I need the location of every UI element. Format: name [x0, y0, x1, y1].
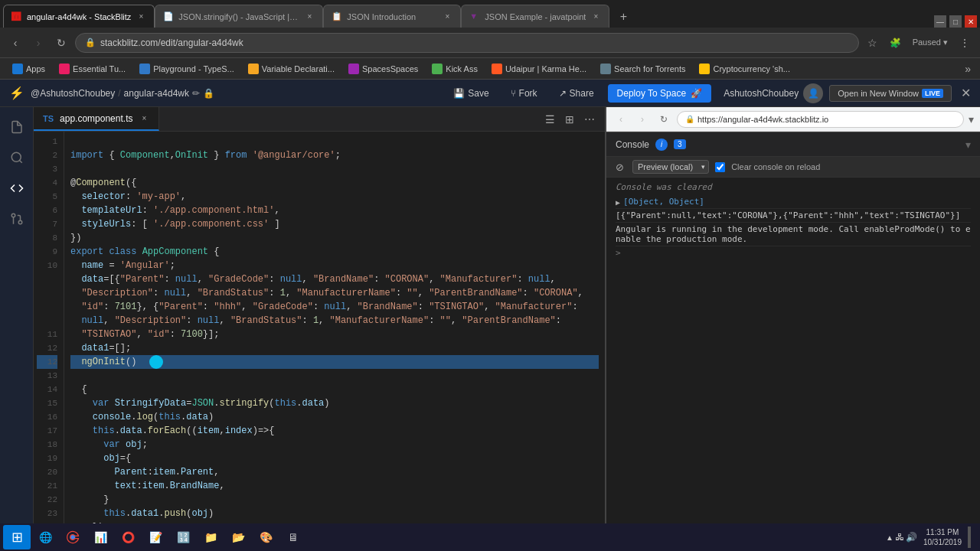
split-view-button[interactable]: ⊞: [560, 110, 579, 129]
console-cleared-message: Console was cleared: [616, 182, 971, 192]
refresh-button[interactable]: ↻: [52, 34, 70, 52]
unknown-app-icon: 🖥: [285, 529, 302, 546]
tab-json-stringify[interactable]: 📄 JSON.stringify() - JavaScript | MD... …: [155, 5, 323, 28]
console-prompt: >: [616, 248, 621, 258]
bookmark-torrents[interactable]: Search for Torrents: [594, 62, 691, 76]
settings-button[interactable]: ⋮: [956, 34, 974, 52]
minimize-button[interactable]: —: [934, 15, 946, 28]
bookmark-essential[interactable]: Essential Tu...: [53, 62, 132, 76]
tab-stackblitz[interactable]: 🅰 angular-a4d4wk - StackBlitz ×: [3, 5, 155, 28]
bookmarks-bar: Apps Essential Tu... Playground - TypeS.…: [0, 58, 980, 80]
preview-panel-collapse[interactable]: ▾: [969, 113, 974, 126]
breadcrumb-project[interactable]: angular-a4d4wk: [124, 88, 189, 99]
list-view-button[interactable]: ☰: [541, 110, 559, 129]
console-log-angular: Angular is running in the development mo…: [616, 223, 971, 246]
bookmark-label-variable: Variable Declarati...: [262, 64, 335, 73]
bookmark-crypto[interactable]: Cryptocurrency 'sh...: [693, 62, 796, 76]
edit-project-name-icon[interactable]: ✏: [192, 88, 200, 99]
taskbar-chrome[interactable]: [60, 525, 86, 549]
close-panel-button[interactable]: ✕: [961, 86, 971, 100]
tab-close-3[interactable]: ×: [442, 11, 452, 22]
sidebar-search-icon[interactable]: [3, 144, 31, 171]
tab-close-2[interactable]: ×: [304, 11, 315, 22]
share-button[interactable]: ↗ Share: [551, 85, 602, 102]
taskbar-filezilla[interactable]: 📂: [225, 525, 251, 549]
bookmark-label-kickass: Kick Ass: [446, 64, 478, 73]
deploy-label: Deploy To Space: [617, 88, 687, 99]
console-clear-button[interactable]: ⊘: [612, 160, 626, 174]
bookmark-apps[interactable]: Apps: [6, 62, 51, 76]
chrome-icon: [64, 529, 81, 546]
bookmark-label-crypto: Cryptocurrency 'sh...: [713, 64, 790, 73]
maximize-button[interactable]: □: [949, 15, 962, 28]
address-bar[interactable]: 🔒 stackblitz.com/edit/angular-a4d4wk: [75, 33, 859, 53]
bookmark-spaces[interactable]: SpacesSpaces: [342, 62, 424, 76]
new-tab-button[interactable]: +: [612, 6, 634, 28]
user-profile[interactable]: AshutoshChoubey 👤: [724, 83, 823, 103]
show-desktop-button[interactable]: [968, 527, 971, 548]
tab-close-4[interactable]: ×: [590, 11, 601, 22]
preview-back-button[interactable]: ‹: [612, 111, 629, 128]
close-window-button[interactable]: ✕: [965, 15, 977, 28]
deploy-button[interactable]: Deploy To Space 🚀: [608, 84, 712, 103]
bookmark-favicon-udaipur: [492, 64, 502, 74]
editor-tab-app-component[interactable]: TS app.component.ts ×: [34, 107, 159, 131]
file-explorer-icon: 📁: [202, 529, 219, 546]
editor-tab-close[interactable]: ×: [139, 113, 149, 124]
clear-on-reload-label[interactable]: Clear console on reload: [731, 162, 820, 171]
console-input-line: >: [616, 246, 971, 259]
preview-url-bar[interactable]: 🔒 https://angular-a4d4wk.stackblitz.io: [677, 111, 964, 128]
console-panel: Console i 3 ▾ ⊘ Preview (local) ▾ Clear …: [606, 132, 980, 551]
deploy-icon: 🚀: [691, 88, 702, 99]
taskbar-photoshop[interactable]: 🎨: [253, 525, 279, 549]
tab-json-intro[interactable]: 📋 JSON Introduction ×: [323, 5, 461, 28]
editor-tabs: TS app.component.ts × ☰ ⊞ ⋯: [34, 107, 605, 132]
preview-refresh-button[interactable]: ↻: [655, 111, 672, 128]
volume-icon: 🔊: [906, 532, 917, 543]
sidebar-git-icon[interactable]: [3, 205, 31, 233]
console-collapse-button[interactable]: ▾: [965, 139, 971, 151]
tab-json-example[interactable]: ▼ JSON Example - javatpoint ×: [461, 5, 609, 28]
bookmark-udaipur[interactable]: Udaipur | Karma He...: [485, 62, 593, 76]
bookmark-button[interactable]: ☆: [864, 34, 882, 52]
bookmark-label-torrents: Search for Torrents: [614, 64, 685, 73]
code-content[interactable]: import { Component,OnInit } from '@angul…: [64, 132, 605, 551]
share-icon: ↗: [559, 88, 567, 99]
console-title: Console: [616, 139, 649, 150]
console-expand-arrow-1[interactable]: ▶: [616, 198, 620, 207]
fork-button[interactable]: ⑂ Fork: [503, 85, 545, 102]
back-button[interactable]: ‹: [6, 34, 24, 52]
open-new-window-button[interactable]: Open in New Window LIVE: [829, 85, 952, 102]
extensions-button[interactable]: 🧩: [887, 34, 905, 52]
ie-icon: 🌐: [37, 529, 54, 546]
taskbar-powerpoint[interactable]: 📊: [87, 525, 113, 549]
system-clock[interactable]: 11:31 PM 10/31/2019: [920, 527, 965, 547]
tray-expand-button[interactable]: ▲: [886, 533, 893, 542]
sidebar-files-icon[interactable]: [3, 113, 31, 141]
code-area: 12345 678910 1112 12 1314151617 18192021…: [34, 132, 605, 551]
taskbar-ie[interactable]: 🌐: [32, 525, 58, 549]
start-button[interactable]: ⊞: [3, 525, 31, 549]
console-log-text-1: [Object, Object]: [623, 197, 971, 207]
taskbar-unknown[interactable]: 🖥: [280, 525, 306, 549]
bookmark-variable[interactable]: Variable Declarati...: [242, 62, 341, 76]
tab-close-1[interactable]: ×: [136, 11, 146, 22]
sidebar-code-icon[interactable]: [3, 174, 31, 202]
preview-forward-button[interactable]: ›: [634, 111, 651, 128]
typescript-icon: TS: [43, 114, 54, 123]
bookmarks-more-button[interactable]: »: [962, 61, 974, 77]
breadcrumb-user[interactable]: @AshutoshChoubey: [31, 88, 115, 99]
tab-favicon-4: ▼: [469, 11, 480, 22]
taskbar-calculator[interactable]: 🔢: [170, 525, 196, 549]
clear-on-reload-checkbox[interactable]: [715, 162, 725, 172]
taskbar-explorer[interactable]: 📁: [198, 525, 224, 549]
bookmark-kickass[interactable]: Kick Ass: [426, 62, 484, 76]
save-label: Save: [468, 88, 488, 99]
save-button[interactable]: 💾 Save: [446, 85, 496, 102]
forward-button[interactable]: ›: [29, 34, 47, 52]
bookmark-playground[interactable]: Playground - TypeS...: [133, 62, 240, 76]
preview-source-dropdown[interactable]: Preview (local) ▾: [632, 160, 709, 174]
taskbar-opera[interactable]: ⭕: [115, 525, 141, 549]
taskbar-notepad[interactable]: 📝: [142, 525, 168, 549]
more-options-button[interactable]: ⋯: [580, 110, 599, 129]
